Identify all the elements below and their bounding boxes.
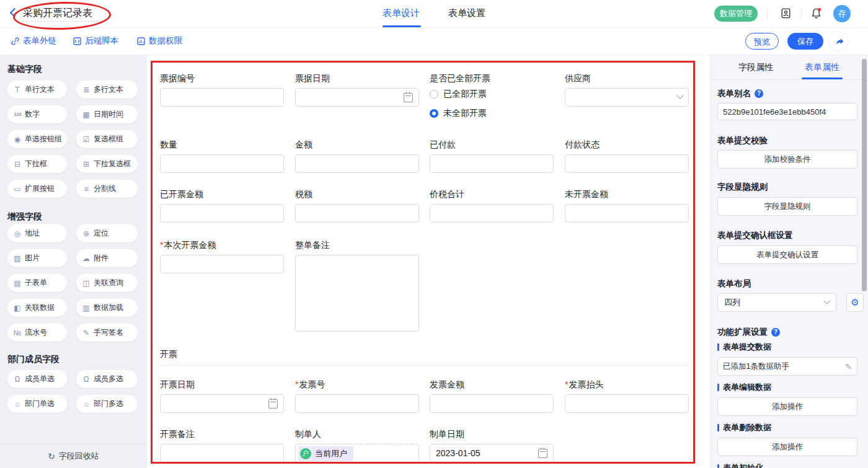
help-icon[interactable] xyxy=(755,89,763,98)
share-arrow-icon xyxy=(833,36,844,47)
layout-settings-button[interactable]: ⚙ xyxy=(846,293,864,312)
paid-input[interactable] xyxy=(430,154,554,173)
uninvoiced-amount-input[interactable] xyxy=(565,204,689,223)
field-item-checkbox-group[interactable]: ☑复选框组 xyxy=(76,130,138,148)
field-item-member-single[interactable]: Ω成员单选 xyxy=(7,370,67,388)
edit-icon[interactable]: ✎ xyxy=(845,362,852,371)
preview-button[interactable]: 预览 xyxy=(745,33,779,50)
add-validation-button[interactable]: 添加校验条件 xyxy=(717,150,857,169)
field-item-radio-group[interactable]: ◉单选按钮组 xyxy=(7,130,67,148)
tax-input[interactable] xyxy=(295,204,419,223)
field-item-serial-number[interactable]: №流水号 xyxy=(7,324,67,342)
field-item-divider[interactable]: ≡分割线 xyxy=(76,180,138,198)
visibility-rules-title: 字段显隐规则 xyxy=(717,182,857,193)
edit-data-add-button[interactable]: 添加操作 xyxy=(717,397,857,416)
field-item-label: 多行文本 xyxy=(94,84,123,95)
help-icon[interactable] xyxy=(771,328,780,337)
invoice-amount-input[interactable] xyxy=(430,394,554,413)
field-item-address[interactable]: ◎地址 xyxy=(7,224,67,242)
field-item-dept-multi[interactable]: ⌂部门多选 xyxy=(76,395,138,413)
properties-panel: 字段属性 表单属性 表单别名 522b9e101fe6e3e1ebb450f4 … xyxy=(710,55,868,468)
scrollbar[interactable] xyxy=(862,59,867,291)
quantity-input[interactable] xyxy=(160,154,284,173)
data-manage-button[interactable]: 数据管理 xyxy=(714,6,758,22)
field-label: 发票抬头 xyxy=(569,379,603,389)
field-item-multi-line-text[interactable]: ≣多行文本 xyxy=(76,81,138,99)
form-alias-input[interactable]: 522b9e101fe6e3e1ebb450f4 xyxy=(717,103,857,120)
link-icon xyxy=(11,37,20,46)
subform-icon: ▤ xyxy=(13,279,22,288)
visibility-rules-button[interactable]: 字段显隐规则 xyxy=(717,197,857,216)
field-item-linked-query[interactable]: ◫关联查询 xyxy=(76,274,138,292)
radio-option-all-invoiced[interactable]: 已全部开票 xyxy=(430,88,554,100)
data-permission-button[interactable]: 数据权限 xyxy=(136,35,182,46)
tab-form-properties[interactable]: 表单属性 xyxy=(805,62,839,73)
current-user-tag: 户 当前用户 xyxy=(298,446,353,461)
field-item-number[interactable]: 123数字 xyxy=(7,105,67,123)
field-item-attachment[interactable]: ☁附件 xyxy=(76,249,138,267)
field-label: 是否已全部开票 xyxy=(430,73,490,83)
tab-form-design[interactable]: 表单设计 xyxy=(383,7,420,19)
pay-status-input[interactable] xyxy=(565,154,689,173)
field-item-single-line-text[interactable]: T单行文本 xyxy=(7,81,67,99)
form-field-quantity: 数量 xyxy=(160,138,284,173)
current-invoice-amount-input[interactable] xyxy=(160,255,284,273)
total-with-tax-input[interactable] xyxy=(430,204,554,223)
notification-bell-icon[interactable] xyxy=(810,7,822,22)
checkbox-group-icon: ☑ xyxy=(82,135,91,144)
field-label: 供应商 xyxy=(565,73,591,83)
field-item-image[interactable]: ▨图片 xyxy=(7,249,67,267)
backend-script-button[interactable]: 后端脚本 xyxy=(73,35,118,46)
field-item-label: 单行文本 xyxy=(25,84,55,95)
field-item-select[interactable]: ⊟下拉框 xyxy=(7,155,67,173)
field-item-location[interactable]: ⊕定位 xyxy=(76,224,138,242)
form-field-supplier: 供应商 xyxy=(565,72,689,107)
order-note-textarea[interactable] xyxy=(295,255,419,332)
layout-select[interactable]: 四列 xyxy=(717,293,836,312)
number-icon: 123 xyxy=(13,112,22,117)
create-date-input[interactable]: 2023-01-05 xyxy=(430,444,554,462)
bill-no-input[interactable] xyxy=(160,88,284,107)
submit-confirm-button[interactable]: 表单提交确认设置 xyxy=(717,245,857,264)
serial-number-icon: № xyxy=(13,329,22,337)
delete-data-add-button[interactable]: 添加操作 xyxy=(717,438,857,456)
radio-icon[interactable] xyxy=(430,90,438,99)
field-label: 发票金额 xyxy=(430,379,464,389)
back-icon[interactable] xyxy=(10,8,20,18)
field-item-signature[interactable]: ✎手写签名 xyxy=(76,324,138,342)
field-item-member-multi[interactable]: Ω成员多选 xyxy=(76,370,138,388)
external-link-button[interactable]: 表单外链 xyxy=(11,35,56,46)
share-button[interactable] xyxy=(829,32,848,51)
tab-form-settings[interactable]: 表单设置 xyxy=(448,7,485,19)
invoice-note-input[interactable] xyxy=(160,444,284,462)
data-permission-label: 数据权限 xyxy=(149,35,182,46)
contacts-icon[interactable] xyxy=(780,7,792,22)
supplier-select[interactable] xyxy=(565,88,689,107)
field-item-linked-data[interactable]: ◧关联数据 xyxy=(7,299,67,317)
field-item-datetime[interactable]: ▦日期时间 xyxy=(76,105,138,123)
page-title[interactable]: 采购开票记录表 xyxy=(23,7,92,20)
field-item-subform[interactable]: ▤子表单 xyxy=(7,274,67,292)
amount-input[interactable] xyxy=(295,154,419,173)
submit-data-assistant[interactable]: 已添加1条数据助手 ✎ xyxy=(717,357,857,376)
invoice-title-input[interactable] xyxy=(565,394,689,413)
radio-option-not-all-invoiced[interactable]: 未全部开票 xyxy=(430,107,554,120)
field-item-multi-select[interactable]: ⊞下拉复选框 xyxy=(76,155,138,173)
user-avatar[interactable]: 存 xyxy=(833,5,851,22)
tab-field-properties[interactable]: 字段属性 xyxy=(738,62,773,73)
radio-checked-icon[interactable] xyxy=(430,109,438,118)
field-recycle-bin[interactable]: ↻ 字段回收站 xyxy=(0,444,147,468)
field-item-label: 复选框组 xyxy=(94,134,123,144)
invoice-date-input[interactable] xyxy=(160,394,284,413)
save-button[interactable]: 保存 xyxy=(787,33,823,50)
field-label: 价税合计 xyxy=(430,189,464,199)
script-icon xyxy=(73,37,82,46)
field-item-dept-single[interactable]: ⌂部门单选 xyxy=(7,395,67,413)
invoice-no-input[interactable] xyxy=(295,394,419,413)
field-item-data-load[interactable]: ▥数据加载 xyxy=(76,299,138,317)
field-item-extend-button[interactable]: ▭扩展按钮 xyxy=(7,180,67,198)
invoiced-amount-input[interactable] xyxy=(160,204,284,223)
required-mark: * xyxy=(565,379,568,389)
bill-date-input[interactable] xyxy=(295,88,419,107)
creator-input[interactable]: 户 当前用户 xyxy=(295,444,419,464)
